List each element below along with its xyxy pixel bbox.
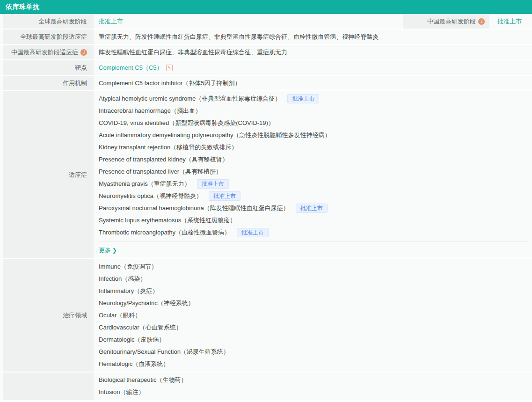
item-text: Dermatologic（皮肤病） bbox=[99, 334, 165, 346]
item-text: Presence of transplanted liver（具有移植肝） bbox=[99, 166, 222, 178]
therapeutic-area-item: Ocular（眼科） bbox=[99, 309, 528, 322]
indication-item: Thrombotic microangiopathy（血栓性微血管病）批准上市 bbox=[99, 227, 528, 239]
global-stage-value-cell: 批准上市 中国最高研发阶段 i 批准上市 bbox=[94, 14, 532, 29]
drug-type-item: Infusion（输注） bbox=[99, 386, 528, 398]
therapeutic-areas-value-cell: Immune（免疫调节）Infection（感染）Inflammatory（炎症… bbox=[94, 259, 532, 372]
item-text: Presence of transplanted kidney（具有移植肾） bbox=[99, 153, 228, 166]
row-global-stage-indications: 全球最高研发阶段适应症 重症肌无力、阵发性睡眠性血红蛋白尿症、非典型溶血性尿毒症… bbox=[0, 29, 532, 45]
info-icon[interactable]: i bbox=[478, 18, 485, 25]
approved-status-badge: 批准上市 bbox=[197, 179, 229, 189]
therapeutic-area-item: Neurology/Psychiatric（神经系统） bbox=[99, 297, 528, 309]
item-text: Myasthenia gravis（重症肌无力） bbox=[99, 178, 190, 190]
therapeutic-areas-list: Immune（免疫调节）Infection（感染）Inflammatory（炎症… bbox=[99, 261, 528, 370]
row-china-stage-indications: 中国最高研发阶段适应症 i 阵发性睡眠性血红蛋白尿症、非典型溶血性尿毒症综合征、… bbox=[0, 45, 532, 60]
indication-item: Myasthenia gravis（重症肌无力）批准上市 bbox=[99, 178, 528, 190]
indication-item: Presence of transplanted kidney（具有移植肾） bbox=[99, 153, 528, 166]
china-stage-indications-label: 中国最高研发阶段适应症 bbox=[11, 48, 78, 57]
item-text: Paroxysmal nocturnal haemoglobinuria（阵发性… bbox=[99, 202, 289, 214]
therapeutic-area-item: Dermatologic（皮肤病） bbox=[99, 334, 528, 346]
row-therapeutic-areas: 治疗领域 Immune（免疫调节）Infection（感染）Inflammato… bbox=[0, 259, 532, 373]
indication-item: Presence of transplanted liver（具有移植肝） bbox=[99, 166, 528, 178]
item-text: Systemic lupus erythematosus（系统性红斑狼疮） bbox=[99, 214, 236, 227]
indication-item: Intracerebral haemorrhage（脑出血） bbox=[99, 105, 528, 117]
item-text: Genitourinary/Sexual Function（泌尿生殖系统） bbox=[99, 346, 229, 358]
drug-name: 依库珠单抗 bbox=[6, 3, 40, 11]
global-stage-label: 全球最高研发阶段 bbox=[3, 14, 94, 29]
indication-item: COVID-19, virus identified（新型冠状病毒肺炎感染(CO… bbox=[99, 117, 528, 129]
item-text: Cardiovascular（心血管系统） bbox=[99, 322, 182, 334]
item-text: Kidney transplant rejection（移植肾的失败或排斥） bbox=[99, 141, 237, 153]
item-text: Thrombotic microangiopathy（血栓性微血管病） bbox=[99, 227, 230, 239]
china-stage-indications-label-cell: 中国最高研发阶段适应症 i bbox=[3, 45, 94, 59]
structure-edit-icon[interactable]: ✎ bbox=[166, 65, 173, 71]
indication-item: Paroxysmal nocturnal haemoglobinuria（阵发性… bbox=[99, 202, 528, 214]
row-drug-type: Biological therapeutic（生物药）Infusion（输注） bbox=[0, 373, 532, 401]
item-text: Infection（感染） bbox=[99, 273, 146, 285]
item-text: Neurology/Psychiatric（神经系统） bbox=[99, 297, 194, 309]
row-target: 靶点 Complement C5（C5） ✎ bbox=[0, 60, 532, 76]
indications-value-cell: Atypical hemolytic uremic syndrome（非典型溶血… bbox=[94, 91, 532, 258]
item-text: Infusion（输注） bbox=[99, 386, 145, 398]
item-text: Biological therapeutic（生物药） bbox=[99, 374, 187, 386]
drug-type-item: Biological therapeutic（生物药） bbox=[99, 374, 528, 386]
more-link[interactable]: 更多 ❯ bbox=[99, 246, 117, 255]
indication-item: Neuromyelitis optica（视神经脊髓炎）批准上市 bbox=[99, 190, 528, 202]
item-text: Immune（免疫调节） bbox=[99, 261, 157, 273]
row-mechanism: 作用机制 Complement C5 factor inhibitor（补体5因… bbox=[0, 76, 532, 91]
drug-type-list: Biological therapeutic（生物药）Infusion（输注） bbox=[99, 374, 528, 398]
global-stage-indications-value: 重症肌无力、阵发性睡眠性血红蛋白尿症、非典型溶血性尿毒症综合征、血栓性微血管病、… bbox=[94, 29, 532, 44]
item-text: COVID-19, virus identified（新型冠状病毒肺炎感染(CO… bbox=[99, 117, 274, 129]
indication-item: Systemic lupus erythematosus（系统性红斑狼疮） bbox=[99, 214, 528, 227]
target-link[interactable]: Complement C5（C5） bbox=[99, 64, 163, 72]
global-stage-indications-label: 全球最高研发阶段适应症 bbox=[3, 29, 94, 44]
drug-type-value-cell: Biological therapeutic（生物药）Infusion（输注） bbox=[94, 373, 532, 400]
item-text: Atypical hemolytic uremic syndrome（非典型溶血… bbox=[99, 93, 281, 105]
drug-type-label bbox=[3, 373, 94, 400]
more-row: 更多 ❯ bbox=[99, 242, 528, 257]
drug-attributes-table: 全球最高研发阶段 批准上市 中国最高研发阶段 i 批准上市 全球最高研发阶段适应… bbox=[0, 14, 532, 401]
therapeutic-area-item: Infection（感染） bbox=[99, 273, 528, 285]
target-label: 靶点 bbox=[3, 60, 94, 75]
more-label: 更多 bbox=[99, 246, 111, 255]
drug-title-bar: 依库珠单抗 bbox=[0, 0, 532, 14]
global-stage-value: 批准上市 bbox=[99, 17, 123, 26]
approved-status-badge: 批准上市 bbox=[296, 204, 328, 213]
indication-item: Kidney transplant rejection（移植肾的失败或排斥） bbox=[99, 141, 528, 153]
therapeutic-areas-label: 治疗领域 bbox=[3, 259, 94, 372]
therapeutic-area-item: Inflammatory（炎症） bbox=[99, 285, 528, 297]
item-text: Inflammatory（炎症） bbox=[99, 285, 158, 297]
indications-list: Atypical hemolytic uremic syndrome（非典型溶血… bbox=[99, 93, 528, 239]
mechanism-label: 作用机制 bbox=[3, 76, 94, 90]
therapeutic-area-item: Genitourinary/Sexual Function（泌尿生殖系统） bbox=[99, 346, 528, 358]
therapeutic-area-item: Immune（免疫调节） bbox=[99, 261, 528, 273]
approved-status-badge: 批准上市 bbox=[237, 228, 269, 237]
indication-item: Atypical hemolytic uremic syndrome（非典型溶血… bbox=[99, 93, 528, 105]
therapeutic-area-item: Hematologic（血液系统） bbox=[99, 358, 528, 370]
chevron-right-icon: ❯ bbox=[112, 247, 117, 254]
approved-status-badge: 批准上市 bbox=[287, 94, 319, 103]
drug-detail-panel: 依库珠单抗 全球最高研发阶段 批准上市 中国最高研发阶段 i 批准上市 全球最高… bbox=[0, 0, 532, 402]
indications-label: 适应症 bbox=[3, 91, 94, 258]
item-text: Acute inflammatory demyelinating polyneu… bbox=[99, 129, 331, 141]
mechanism-value: Complement C5 factor inhibitor（补体5因子抑制剂） bbox=[94, 76, 532, 90]
china-stage-indications-value: 阵发性睡眠性血红蛋白尿症、非典型溶血性尿毒症综合征、重症肌无力 bbox=[94, 45, 532, 59]
approved-status-badge: 批准上市 bbox=[209, 191, 240, 201]
target-value-cell: Complement C5（C5） ✎ bbox=[94, 60, 532, 75]
item-text: Hematologic（血液系统） bbox=[99, 358, 169, 370]
item-text: Neuromyelitis optica（视神经脊髓炎） bbox=[99, 190, 202, 202]
china-stage-label-cell: 中国最高研发阶段 i bbox=[403, 14, 489, 29]
item-text: Ocular（眼科） bbox=[99, 309, 141, 322]
item-text: Intracerebral haemorrhage（脑出血） bbox=[99, 105, 201, 117]
info-icon[interactable]: i bbox=[80, 49, 87, 56]
china-stage-label: 中国最高研发阶段 bbox=[427, 17, 476, 26]
china-stage-value: 批准上市 bbox=[497, 17, 522, 26]
therapeutic-area-item: Cardiovascular（心血管系统） bbox=[99, 322, 528, 334]
row-global-stage: 全球最高研发阶段 批准上市 中国最高研发阶段 i 批准上市 bbox=[0, 14, 532, 29]
row-indications: 适应症 Atypical hemolytic uremic syndrome（非… bbox=[0, 91, 532, 259]
indication-item: Acute inflammatory demyelinating polyneu… bbox=[99, 129, 528, 141]
